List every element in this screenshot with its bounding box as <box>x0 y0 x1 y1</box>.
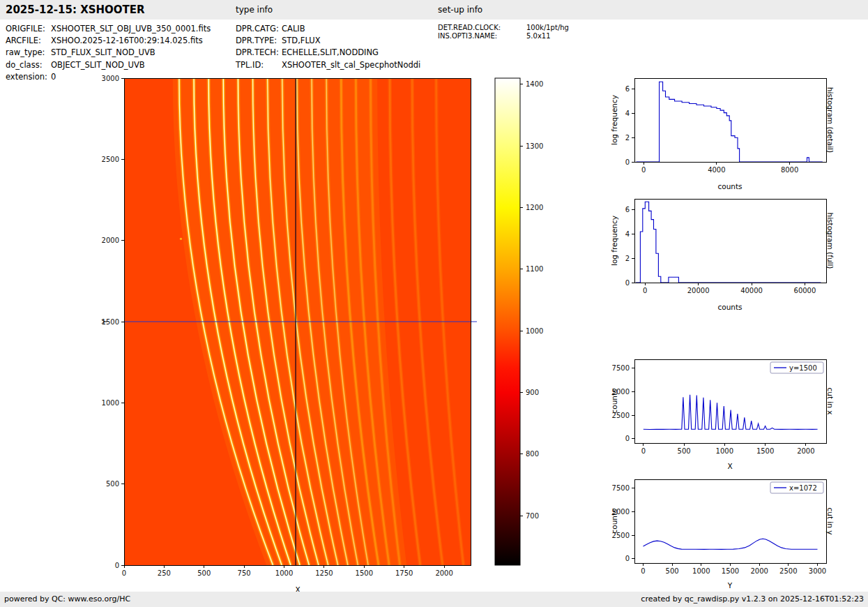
svg-text:7500: 7500 <box>612 484 630 492</box>
svg-text:500: 500 <box>106 480 119 488</box>
svg-text:7500: 7500 <box>612 364 630 372</box>
svg-text:1750: 1750 <box>395 569 413 577</box>
svg-text:0: 0 <box>641 166 646 174</box>
meta-value: 100k/1pt/hg <box>526 24 569 31</box>
svg-text:0: 0 <box>122 569 126 577</box>
svg-text:1000: 1000 <box>716 447 733 455</box>
meta-value: OBJECT_SLIT_NOD_UVB <box>51 60 145 70</box>
histogram-detail-xaxis-label: counts <box>717 182 742 190</box>
cut-in-y-plot: 0500100015002000250030000250050007500x=1… <box>634 479 826 563</box>
histogram-full-xaxis-label: counts <box>717 303 742 311</box>
meta-label: TPL.ID: <box>236 59 282 71</box>
cut-in-x-plot: 05001000150020000250050007500y=1500 <box>634 359 826 443</box>
histogram-full-yaxis-label: log frequency <box>610 216 618 266</box>
header-bar: 2025-12-15: XSHOOTER type info set-up in… <box>0 0 868 20</box>
histogram-detail-plot: 0400080000246 <box>634 78 826 162</box>
meta-value: STD,FLUX <box>282 36 321 45</box>
svg-text:1250: 1250 <box>315 569 333 577</box>
meta-value: ECHELLE,SLIT,NODDING <box>282 47 379 57</box>
svg-text:700: 700 <box>526 512 539 520</box>
meta-row-dprcatg: DPR.CATG:CALIB <box>236 23 420 35</box>
svg-text:1500: 1500 <box>756 447 774 455</box>
svg-text:1500: 1500 <box>722 567 739 575</box>
svg-text:2000: 2000 <box>435 569 452 577</box>
footer-qc-link[interactable]: powered by QC: www.eso.org/HC <box>4 592 130 607</box>
svg-text:900: 900 <box>526 389 539 396</box>
meta-label: ARCFILE: <box>6 35 51 47</box>
svg-text:1000: 1000 <box>102 399 119 407</box>
svg-text:1300: 1300 <box>526 142 543 150</box>
footer-bar: powered by QC: www.eso.org/HC created by… <box>0 592 868 607</box>
footer-created-by-text: created by qc_rawdisp.py v1.2.3 on 2025-… <box>641 592 864 607</box>
svg-text:8000: 8000 <box>781 166 798 174</box>
meta-row-readclock: DET.READ.CLOCK:100k/1pt/hg <box>438 24 569 32</box>
histogram-full-side-label: histogram (full) <box>826 213 835 269</box>
svg-text:0: 0 <box>643 287 647 294</box>
svg-text:x=1072: x=1072 <box>789 484 817 492</box>
svg-text:0: 0 <box>641 447 646 455</box>
colorbar: 70080090010001100120013001400 <box>495 78 520 565</box>
svg-text:1000: 1000 <box>692 567 710 575</box>
meta-label: ORIGFILE: <box>6 23 51 35</box>
svg-text:4: 4 <box>625 230 630 238</box>
meta-row-dprtype: DPR.TYPE:STD,FLUX <box>236 35 420 47</box>
histogram-full-plot: 02000040000600000246 <box>634 199 826 283</box>
cut-in-y-xaxis-label: Y <box>728 581 732 590</box>
meta-row-rawtype: raw_type:STD_FLUX_SLIT_NOD_UVB <box>6 47 211 59</box>
svg-text:4000: 4000 <box>708 166 725 174</box>
svg-text:0: 0 <box>625 435 630 442</box>
svg-text:2000: 2000 <box>750 567 768 575</box>
meta-label: DPR.TYPE: <box>236 35 282 47</box>
svg-text:2500: 2500 <box>102 156 119 163</box>
svg-text:0: 0 <box>115 562 119 569</box>
svg-text:2500: 2500 <box>779 567 797 575</box>
meta-value: STD_FLUX_SLIT_NOD_UVB <box>51 47 155 57</box>
qc-report-page: 2025-12-15: XSHOOTER type info set-up in… <box>0 0 868 607</box>
setup-info-block: DET.READ.CLOCK:100k/1pt/hg INS.OPTI3.NAM… <box>438 24 569 40</box>
svg-text:40000: 40000 <box>740 287 763 294</box>
svg-text:20000: 20000 <box>687 287 710 294</box>
svg-text:2000: 2000 <box>797 447 814 455</box>
cut-in-y-yaxis-label: counts <box>610 509 618 533</box>
svg-text:2: 2 <box>625 255 630 262</box>
main-yaxis-label: Y <box>100 320 109 324</box>
svg-text:250: 250 <box>158 569 171 577</box>
meta-value: 0 <box>51 72 56 82</box>
meta-row-origfile: ORIGFILE:XSHOOTER_SLT_OBJ_UVB_350_0001.f… <box>6 23 211 35</box>
meta-value: XSHOO.2025-12-16T00:29:14.025.fits <box>51 36 203 45</box>
svg-text:6: 6 <box>625 85 630 93</box>
meta-row-dprtech: DPR.TECH:ECHELLE,SLIT,NODDING <box>236 47 420 59</box>
svg-text:500: 500 <box>666 567 679 575</box>
meta-value: XSHOOTER_SLT_OBJ_UVB_350_0001.fits <box>51 24 211 33</box>
meta-label: INS.OPTI3.NAME: <box>438 32 526 40</box>
meta-label: raw_type: <box>6 47 51 59</box>
type-info-heading: type info <box>236 0 273 20</box>
meta-value: XSHOOTER_slt_cal_SpecphotNoddi <box>282 60 420 70</box>
setup-info-heading: set-up info <box>438 0 482 20</box>
meta-row-opti3: INS.OPTI3.NAME:5.0x11 <box>438 32 569 40</box>
svg-text:0: 0 <box>625 279 630 287</box>
svg-text:500: 500 <box>197 569 211 577</box>
svg-text:2: 2 <box>625 134 630 142</box>
meta-row-arcfile: ARCFILE:XSHOO.2025-12-16T00:29:14.025.fi… <box>6 35 211 47</box>
svg-text:y=1500: y=1500 <box>789 364 817 372</box>
cut-in-x-yaxis-label: counts <box>610 389 618 413</box>
meta-row-tplid: TPL.ID:XSHOOTER_slt_cal_SpecphotNoddi <box>236 59 420 71</box>
meta-label: DET.READ.CLOCK: <box>438 24 526 32</box>
page-title: 2025-12-15: XSHOOTER <box>6 0 145 20</box>
histogram-detail-yaxis-label: log frequency <box>610 95 618 145</box>
cut-in-x-side-label: cut in x <box>826 387 835 414</box>
meta-label: do_class: <box>6 59 51 71</box>
meta-label: extension: <box>6 71 51 83</box>
meta-label: DPR.TECH: <box>236 47 282 59</box>
cut-in-x-xaxis-label: X <box>727 462 732 470</box>
meta-row-doclass: do_class:OBJECT_SLIT_NOD_UVB <box>6 59 211 71</box>
svg-text:1400: 1400 <box>526 80 543 88</box>
main-image-plot: 0250500750100012501500175020000500100015… <box>124 78 471 565</box>
svg-text:1500: 1500 <box>356 569 373 577</box>
meta-value: CALIB <box>282 24 305 33</box>
svg-text:3000: 3000 <box>102 75 119 82</box>
svg-text:750: 750 <box>238 569 251 577</box>
cut-in-y-side-label: cut in y <box>826 507 835 534</box>
svg-text:500: 500 <box>678 447 691 455</box>
